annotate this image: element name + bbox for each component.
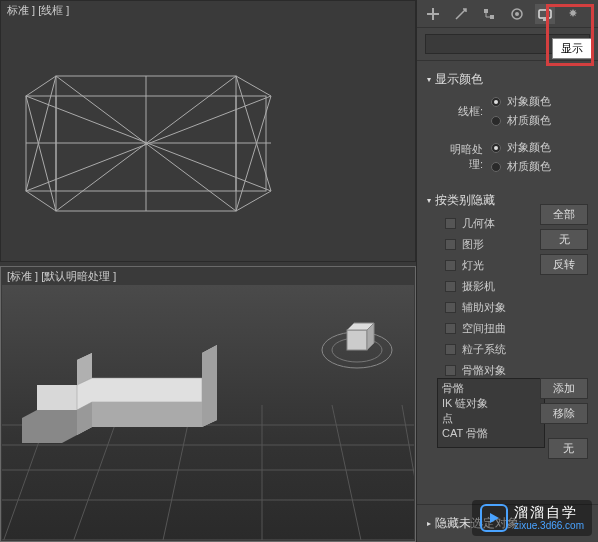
invert-button[interactable]: 反转	[540, 254, 588, 275]
shading-label: 明暗处理:	[437, 142, 491, 172]
section-title: 显示颜色	[435, 71, 483, 88]
collapse-icon: ▸	[427, 519, 431, 528]
none2-button[interactable]: 无	[548, 438, 588, 459]
svg-marker-34	[22, 410, 77, 443]
display-color-header[interactable]: ▾ 显示颜色	[427, 67, 588, 92]
viewport-top-label[interactable]: 标准 ] [线框 ]	[7, 3, 69, 18]
wireframe-material-color-radio[interactable]: 材质颜色	[491, 113, 551, 128]
spacewarps-checkbox[interactable]: 空间扭曲	[427, 318, 588, 339]
remove-button[interactable]: 移除	[540, 403, 588, 424]
display-tooltip: 显示	[552, 38, 592, 59]
watermark-title: 溜溜自学	[514, 505, 584, 520]
shading-object-color-radio[interactable]: 对象颜色	[491, 140, 551, 155]
wireframe-object-color-radio[interactable]: 对象颜色	[491, 94, 551, 109]
motion-icon[interactable]	[507, 4, 527, 24]
viewport-shaded-scene	[2, 285, 414, 540]
svg-marker-30	[37, 385, 77, 410]
list-item[interactable]: 点	[442, 411, 540, 426]
svg-rect-46	[539, 10, 551, 18]
svg-marker-48	[490, 513, 499, 523]
particles-checkbox[interactable]: 粒子系统	[427, 339, 588, 360]
svg-marker-36	[92, 402, 202, 427]
create-icon[interactable]	[423, 4, 443, 24]
watermark: 溜溜自学 zixue.3d66.com	[472, 500, 592, 536]
wireframe-label: 线框:	[437, 104, 491, 119]
hide-by-category-section: ▾ 按类别隐藏 几何体 图形 灯光 摄影机 辅助对象 空间扭曲 粒子系统 骨骼对…	[417, 182, 598, 481]
collapse-icon: ▾	[427, 196, 431, 205]
add-button[interactable]: 添加	[540, 378, 588, 399]
svg-rect-39	[347, 330, 367, 350]
svg-rect-42	[484, 9, 488, 13]
watermark-url: zixue.3d66.com	[514, 520, 584, 531]
category-listbox[interactable]: 骨骼 IK 链对象 点 CAT 骨骼	[437, 378, 545, 448]
collapse-icon: ▾	[427, 75, 431, 84]
viewport-bottom-label[interactable]: [标准 ] [默认明暗处理 ]	[7, 269, 116, 284]
list-item[interactable]: CAT 骨骼	[442, 426, 540, 441]
list-item[interactable]: 骨骼	[442, 381, 540, 396]
watermark-logo-icon	[480, 504, 508, 532]
list-item[interactable]: IK 链对象	[442, 396, 540, 411]
svg-marker-33	[202, 345, 217, 427]
none-button[interactable]: 无	[540, 229, 588, 250]
all-button[interactable]: 全部	[540, 204, 588, 225]
cameras-checkbox[interactable]: 摄影机	[427, 276, 588, 297]
helpers-checkbox[interactable]: 辅助对象	[427, 297, 588, 318]
main-viewport-area: 标准 ] [线框 ]	[0, 0, 416, 542]
shading-material-color-radio[interactable]: 材质颜色	[491, 159, 551, 174]
display-icon[interactable]	[535, 4, 555, 24]
utilities-icon[interactable]	[563, 4, 583, 24]
viewport-bottom-shaded[interactable]: [标准 ] [默认明暗处理 ]	[0, 266, 416, 542]
section-title: 按类别隐藏	[435, 192, 495, 209]
shaded-model	[22, 345, 222, 475]
hierarchy-icon[interactable]	[479, 4, 499, 24]
viewport-top-wireframe[interactable]: 标准 ] [线框 ]	[0, 0, 416, 262]
gizmo-icon	[312, 315, 402, 375]
svg-point-45	[515, 12, 519, 16]
side-panel: 显示 ▾ 显示颜色 线框: 对象颜色 材质颜色 明暗处理: 对象颜色 材质颜色 …	[416, 0, 598, 542]
wireframe-drawing	[21, 71, 281, 221]
svg-rect-43	[490, 15, 494, 19]
panel-toolbar	[417, 0, 598, 28]
modify-icon[interactable]	[451, 4, 471, 24]
display-color-section: ▾ 显示颜色 线框: 对象颜色 材质颜色 明暗处理: 对象颜色 材质颜色	[417, 61, 598, 182]
